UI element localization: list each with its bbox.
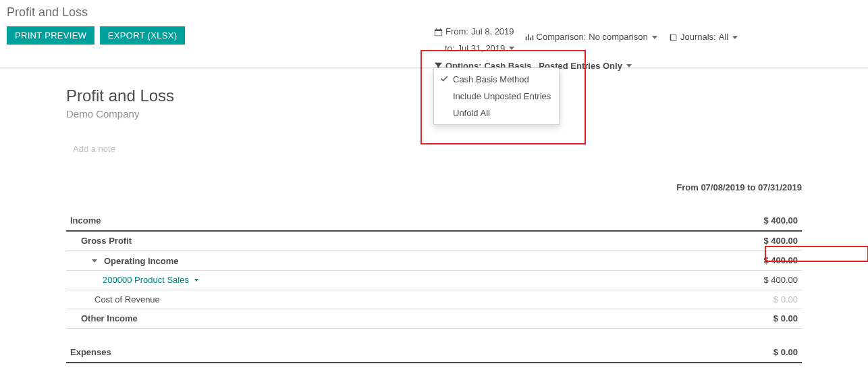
row-value: $ 400.00: [763, 236, 798, 246]
print-preview-button[interactable]: PRINT PREVIEW: [7, 26, 94, 45]
comparison-value: No comparison: [589, 30, 647, 45]
row-label: Income: [70, 215, 101, 226]
journals-label: Journals:: [680, 30, 716, 45]
row-value: $ 0.00: [774, 347, 798, 357]
row-operating-income[interactable]: Operating Income $ 400.00: [66, 251, 802, 271]
comparison-label: Comparison:: [537, 30, 587, 45]
date-from-control[interactable]: From: Jul 8, 2019: [434, 24, 514, 39]
row-label: Operating Income: [104, 255, 179, 268]
bar-chart-icon: [525, 33, 534, 42]
option-include-unposted[interactable]: Include Unposted Entries: [434, 88, 559, 105]
from-value: Jul 8, 2019: [471, 24, 514, 39]
journals-value: All: [719, 30, 728, 45]
book-icon: [669, 33, 678, 42]
option-cash-basis[interactable]: Cash Basis Method: [434, 71, 559, 88]
options-dropdown: Cash Basis Method Include Unposted Entri…: [433, 68, 560, 125]
expand-icon: [92, 259, 97, 263]
row-label: Cost of Revenue: [94, 293, 160, 307]
row-value: $ 0.00: [774, 313, 798, 323]
row-expenses-sub[interactable]: Expenses $ 0.00: [66, 363, 802, 368]
row-product-sales[interactable]: 200000 Product Sales $ 400.00: [66, 271, 802, 290]
row-income[interactable]: Income $ 400.00: [66, 211, 802, 231]
row-label: Gross Profit: [81, 236, 132, 246]
row-label: Expenses: [70, 347, 111, 357]
caret-down-icon: [194, 279, 198, 282]
from-label: From:: [445, 24, 468, 39]
row-value: $ 400.00: [763, 255, 798, 265]
caret-down-icon: [509, 47, 514, 50]
row-value: $ 0.00: [721, 290, 802, 309]
row-other-income[interactable]: Other Income $ 0.00: [66, 309, 802, 329]
option-unfold-all[interactable]: Unfold All: [434, 105, 559, 122]
row-cost-of-revenue[interactable]: Cost of Revenue $ 0.00: [66, 290, 802, 309]
row-value: $ 400.00: [763, 215, 798, 226]
option-label: Unfold All: [453, 108, 490, 118]
journals-control[interactable]: Journals: All: [669, 30, 738, 45]
caret-down-icon: [652, 36, 657, 39]
report-table: Income $ 400.00 Gross Profit $ 400.00 Op…: [66, 211, 802, 368]
calendar-icon: [434, 28, 443, 36]
report-date-range: From 07/08/2019 to 07/31/2019: [66, 182, 802, 192]
to-label: to:: [445, 41, 454, 56]
caret-down-icon: [626, 64, 632, 68]
page-title: Profit and Loss: [7, 5, 861, 20]
check-icon: [439, 74, 449, 84]
add-note-link[interactable]: Add a note: [73, 144, 802, 154]
comparison-control[interactable]: Comparison: No comparison: [525, 30, 657, 45]
export-xlsx-button[interactable]: EXPORT (XLSX): [100, 26, 185, 45]
option-label: Cash Basis Method: [453, 74, 529, 84]
row-expenses[interactable]: Expenses $ 0.00: [66, 343, 802, 363]
caret-down-icon: [732, 36, 738, 39]
row-gross-profit[interactable]: Gross Profit $ 400.00: [66, 231, 802, 251]
row-label: Other Income: [81, 313, 138, 323]
option-label: Include Unposted Entries: [453, 91, 551, 101]
to-value: Jul 31, 2019: [457, 41, 505, 56]
row-value: $ 400.00: [721, 271, 802, 290]
date-to-control[interactable]: to: Jul 31, 2019: [445, 41, 514, 56]
account-link[interactable]: 200000 Product Sales: [103, 273, 189, 287]
